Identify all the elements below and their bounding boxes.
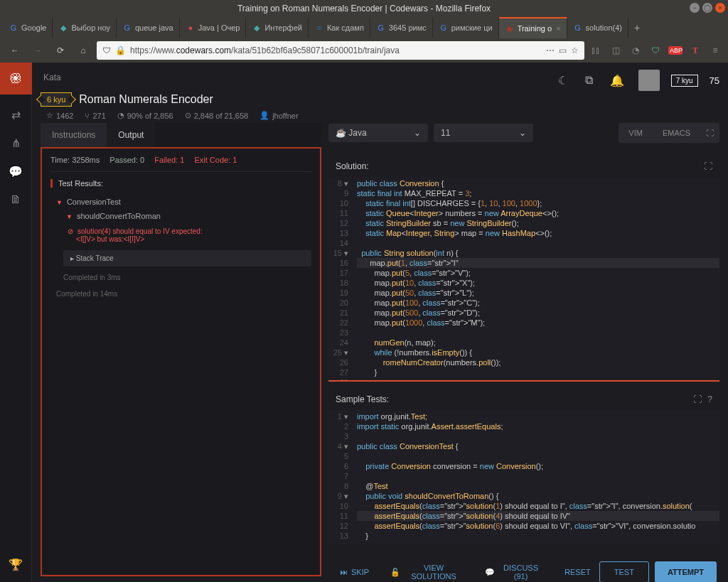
view-solutions-button[interactable]: 🔓 VIEW SOLUTIONS <box>382 558 472 582</box>
output-passed: Passed: 0 <box>109 156 144 164</box>
caret-down-icon: ▼ <box>56 199 63 206</box>
window-titlebar: Training on Roman Numerals Encoder | Cod… <box>0 0 728 17</box>
url-input[interactable]: 🛡 🔒 https://www.codewars.com/kata/51b62b… <box>97 41 584 60</box>
codewars-logo[interactable]: ֎ <box>0 63 32 95</box>
google-icon: G <box>376 23 386 33</box>
window-close-button[interactable]: × <box>715 3 725 13</box>
window-title: Training on Roman Numerals Encoder | Cod… <box>237 4 491 14</box>
skip-button[interactable]: ⏭ SKIP <box>331 558 378 582</box>
google-icon: G <box>122 23 132 33</box>
favicon-icon: ◆ <box>58 23 68 33</box>
favicon-icon: ◆ <box>252 23 262 33</box>
browser-tab[interactable]: GGoogle <box>3 17 53 38</box>
site-sidebar: ֎ ⇄ ⋔ 💬 🗎 🏆 <box>0 63 32 582</box>
attempt-button[interactable]: ATTEMPT <box>655 561 717 582</box>
tests-editor[interactable]: 1 ▾234 ▾56789 ▾10111213 import org.junit… <box>328 410 719 544</box>
expand-icon[interactable]: ⛶ <box>693 394 702 404</box>
bookmark-icon[interactable]: ⧉ <box>582 74 596 87</box>
notifications-icon[interactable]: 🔔 <box>607 74 627 87</box>
stat-star[interactable]: ☆ 1462 <box>46 111 73 120</box>
toolbar-icons: ⫿⫿ ◫ ◔ 🛡 ABP T ≡ <box>589 45 722 56</box>
reload-button[interactable]: ⟳ <box>51 41 70 60</box>
reset-button[interactable]: RESET <box>556 558 599 582</box>
failure-message: ⊘ solution(4) should equal to IV expecte… <box>50 223 311 247</box>
test-method-row[interactable]: ▼shouldConvertToRoman <box>50 209 311 223</box>
user-honor: 75 <box>710 75 719 86</box>
browser-tab[interactable]: G3645 римс <box>370 17 433 38</box>
addon-icon[interactable]: T <box>688 45 702 56</box>
browser-tab[interactable]: ◆Выбор ноу <box>53 17 116 38</box>
codewars-icon: ◉ <box>505 23 515 33</box>
browser-urlbar: ← → ⟳ ⌂ 🛡 🔒 https://www.codewars.com/kat… <box>0 38 728 63</box>
kata-title: Roman Numerals Encoder <box>79 93 213 106</box>
google-icon: G <box>9 23 18 33</box>
tests-panel: Sample Tests: ⛶? 1 ▾234 ▾56789 ▾10111213… <box>328 389 719 544</box>
shield-icon: 🛡 <box>102 45 111 55</box>
stat-fork[interactable]: ⑂ 271 <box>85 112 105 120</box>
browser-tab[interactable]: Gqueue java <box>117 17 180 38</box>
help-icon[interactable]: ? <box>707 394 712 404</box>
window-minimize-button[interactable]: − <box>690 3 700 13</box>
discuss-button[interactable]: 💬 DISCUSS (91) <box>476 558 552 582</box>
kyu-badge: 6 kyu <box>41 92 72 107</box>
output-failed: Failed: 1 <box>154 156 184 164</box>
browser-tab-active[interactable]: ◉Training o× <box>499 17 567 38</box>
version-dropdown[interactable]: 11⌄ <box>434 124 533 142</box>
solution-panel: Solution: ⛶ 8 ▾9101112131415 ▾1617181920… <box>328 156 719 382</box>
back-button[interactable]: ← <box>6 41 24 60</box>
left-tabs: Instructions Output <box>41 123 321 147</box>
tab-output[interactable]: Output <box>107 123 155 147</box>
browser-tabbar: GGoogle ◆Выбор ноу Gqueue java ●Java | О… <box>0 17 728 38</box>
favicon-icon: ● <box>186 23 196 33</box>
theme-toggle-icon[interactable]: ☾ <box>555 74 571 87</box>
test-class-row[interactable]: ▼ConversionTest <box>50 195 311 209</box>
user-avatar[interactable] <box>638 70 660 91</box>
tests-header: Sample Tests: <box>336 394 389 404</box>
tab-close-icon[interactable]: × <box>556 24 560 33</box>
lock-icon: 🔒 <box>115 45 126 55</box>
test-results-header: Test Results: <box>50 179 311 188</box>
google-icon: G <box>573 23 583 33</box>
page-action-icon[interactable]: ⋯ <box>546 45 555 55</box>
user-kyu-badge: 7 kyu <box>671 75 698 87</box>
completed-time: Completed in 14ms <box>50 286 311 302</box>
sidebar-practice-icon[interactable]: ⋔ <box>0 129 32 157</box>
chevron-down-icon: ⌄ <box>414 128 421 138</box>
shield-icon[interactable]: 🛡 <box>648 45 663 55</box>
forward-button[interactable]: → <box>28 41 47 60</box>
sidebar-icon[interactable]: ◫ <box>609 45 623 55</box>
chevron-down-icon: ⌄ <box>519 128 526 138</box>
browser-tab[interactable]: ●Java | Очер <box>180 17 247 38</box>
bookmark-star-icon[interactable]: ☆ <box>571 45 579 55</box>
adblock-icon[interactable]: ABP <box>668 46 682 55</box>
test-button[interactable]: TEST <box>599 561 649 582</box>
browser-tab[interactable]: Gримские ци <box>433 17 499 38</box>
browser-tab[interactable]: ≡Как сдамп <box>309 17 370 38</box>
home-button[interactable]: ⌂ <box>74 41 92 60</box>
pocket-icon[interactable]: ◔ <box>628 45 643 55</box>
favicon-icon: ≡ <box>314 23 324 33</box>
solution-editor[interactable]: 8 ▾9101112131415 ▾16171819202122232425 ▾… <box>328 177 719 382</box>
stat-author[interactable]: 👤 jhoffner <box>259 111 299 120</box>
sidebar-trophy-icon[interactable]: 🏆 <box>0 554 32 582</box>
stack-trace-toggle[interactable]: ▸ Stack Trace <box>63 250 311 266</box>
output-time: Time: 3258ms <box>50 156 100 164</box>
editor-mode-emacs[interactable]: EMACS <box>653 123 700 143</box>
window-maximize-button[interactable]: ◯ <box>702 3 712 13</box>
expand-icon[interactable]: ⛶ <box>700 123 719 143</box>
sidebar-docs-icon[interactable]: 🗎 <box>0 185 32 214</box>
browser-tab[interactable]: ◆Интерфей <box>246 17 308 38</box>
solution-header: Solution: <box>336 161 369 171</box>
browser-tab[interactable]: Gsolution(4) <box>567 17 628 38</box>
library-icon[interactable]: ⫿⫿ <box>589 45 603 55</box>
menu-icon[interactable]: ≡ <box>708 45 722 55</box>
tab-instructions[interactable]: Instructions <box>41 123 107 147</box>
reader-icon[interactable]: ▭ <box>559 45 567 55</box>
kata-label: Kata <box>41 70 299 88</box>
language-dropdown[interactable]: ☕ Java⌄ <box>328 124 428 142</box>
editor-mode-vim[interactable]: VIM <box>619 123 653 143</box>
sidebar-chat-icon[interactable]: 💬 <box>0 157 32 185</box>
sidebar-kata-icon[interactable]: ⇄ <box>0 100 32 129</box>
new-tab-button[interactable]: + <box>628 17 646 38</box>
expand-icon[interactable]: ⛶ <box>704 161 712 171</box>
